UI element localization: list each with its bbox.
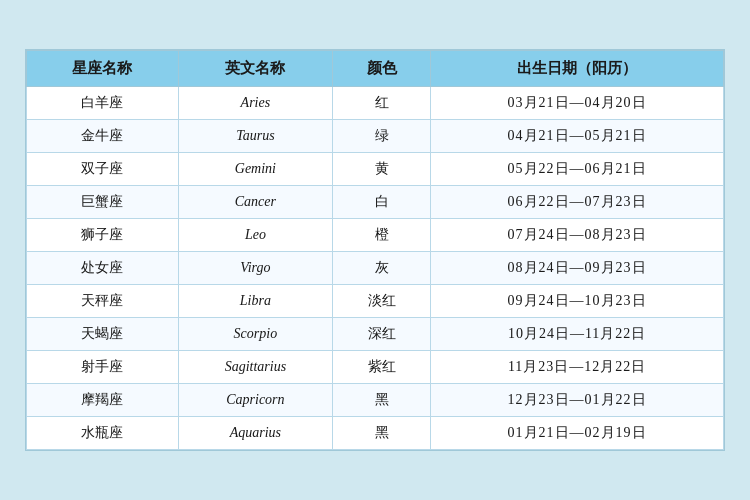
cell-color: 黑 xyxy=(333,417,431,450)
cell-dates: 08月24日—09月23日 xyxy=(431,252,724,285)
cell-color: 淡红 xyxy=(333,285,431,318)
cell-chinese-name: 摩羯座 xyxy=(27,384,179,417)
header-dates: 出生日期（阳历） xyxy=(431,51,724,87)
cell-chinese-name: 巨蟹座 xyxy=(27,186,179,219)
table-row: 天秤座Libra淡红09月24日—10月23日 xyxy=(27,285,724,318)
table-row: 处女座Virgo灰08月24日—09月23日 xyxy=(27,252,724,285)
cell-english-name: Taurus xyxy=(178,120,332,153)
cell-chinese-name: 水瓶座 xyxy=(27,417,179,450)
cell-color: 橙 xyxy=(333,219,431,252)
cell-chinese-name: 狮子座 xyxy=(27,219,179,252)
table-row: 水瓶座Aquarius黑01月21日—02月19日 xyxy=(27,417,724,450)
table-row: 金牛座Taurus绿04月21日—05月21日 xyxy=(27,120,724,153)
cell-chinese-name: 白羊座 xyxy=(27,87,179,120)
header-english-name: 英文名称 xyxy=(178,51,332,87)
cell-chinese-name: 双子座 xyxy=(27,153,179,186)
cell-dates: 03月21日—04月20日 xyxy=(431,87,724,120)
table-row: 狮子座Leo橙07月24日—08月23日 xyxy=(27,219,724,252)
cell-dates: 04月21日—05月21日 xyxy=(431,120,724,153)
header-color: 颜色 xyxy=(333,51,431,87)
cell-dates: 05月22日—06月21日 xyxy=(431,153,724,186)
table-row: 双子座Gemini黄05月22日—06月21日 xyxy=(27,153,724,186)
zodiac-table: 星座名称 英文名称 颜色 出生日期（阳历） 白羊座Aries红03月21日—04… xyxy=(26,50,724,450)
cell-color: 深红 xyxy=(333,318,431,351)
cell-english-name: Scorpio xyxy=(178,318,332,351)
cell-chinese-name: 射手座 xyxy=(27,351,179,384)
cell-english-name: Sagittarius xyxy=(178,351,332,384)
cell-chinese-name: 天蝎座 xyxy=(27,318,179,351)
header-chinese-name: 星座名称 xyxy=(27,51,179,87)
cell-english-name: Capricorn xyxy=(178,384,332,417)
table-body: 白羊座Aries红03月21日—04月20日金牛座Taurus绿04月21日—0… xyxy=(27,87,724,450)
table-row: 摩羯座Capricorn黑12月23日—01月22日 xyxy=(27,384,724,417)
cell-color: 红 xyxy=(333,87,431,120)
table-row: 巨蟹座Cancer白06月22日—07月23日 xyxy=(27,186,724,219)
table-row: 天蝎座Scorpio深红10月24日—11月22日 xyxy=(27,318,724,351)
cell-dates: 01月21日—02月19日 xyxy=(431,417,724,450)
cell-chinese-name: 处女座 xyxy=(27,252,179,285)
cell-english-name: Gemini xyxy=(178,153,332,186)
cell-chinese-name: 天秤座 xyxy=(27,285,179,318)
cell-dates: 12月23日—01月22日 xyxy=(431,384,724,417)
table-row: 白羊座Aries红03月21日—04月20日 xyxy=(27,87,724,120)
cell-english-name: Aquarius xyxy=(178,417,332,450)
cell-color: 黄 xyxy=(333,153,431,186)
cell-dates: 06月22日—07月23日 xyxy=(431,186,724,219)
cell-english-name: Libra xyxy=(178,285,332,318)
table-row: 射手座Sagittarius紫红11月23日—12月22日 xyxy=(27,351,724,384)
cell-color: 灰 xyxy=(333,252,431,285)
cell-dates: 11月23日—12月22日 xyxy=(431,351,724,384)
cell-english-name: Virgo xyxy=(178,252,332,285)
cell-english-name: Cancer xyxy=(178,186,332,219)
cell-color: 绿 xyxy=(333,120,431,153)
cell-dates: 07月24日—08月23日 xyxy=(431,219,724,252)
cell-color: 白 xyxy=(333,186,431,219)
cell-color: 黑 xyxy=(333,384,431,417)
cell-dates: 10月24日—11月22日 xyxy=(431,318,724,351)
cell-dates: 09月24日—10月23日 xyxy=(431,285,724,318)
cell-color: 紫红 xyxy=(333,351,431,384)
cell-english-name: Aries xyxy=(178,87,332,120)
zodiac-table-container: 星座名称 英文名称 颜色 出生日期（阳历） 白羊座Aries红03月21日—04… xyxy=(25,49,725,451)
table-header-row: 星座名称 英文名称 颜色 出生日期（阳历） xyxy=(27,51,724,87)
cell-chinese-name: 金牛座 xyxy=(27,120,179,153)
cell-english-name: Leo xyxy=(178,219,332,252)
